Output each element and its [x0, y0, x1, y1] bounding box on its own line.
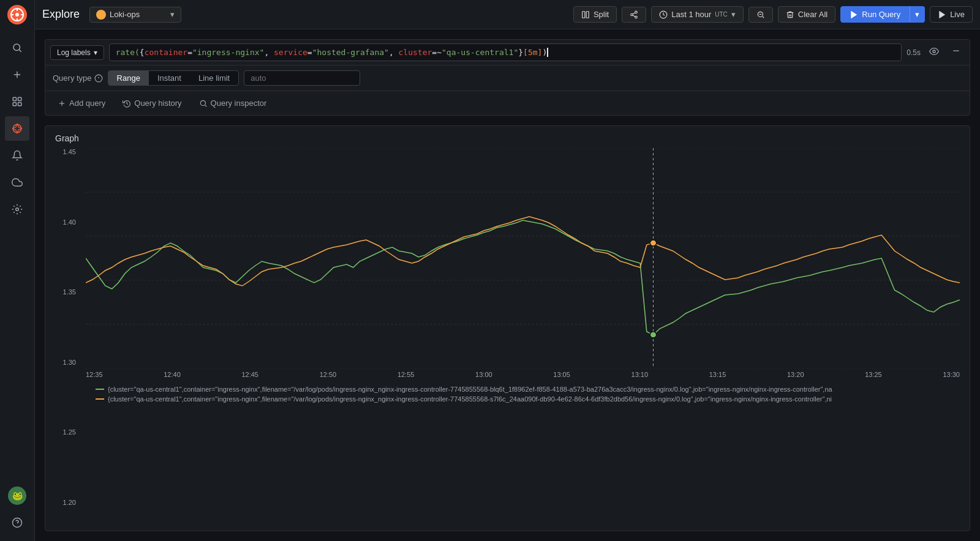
legend-label-green: {cluster="qa-us-central1",container="ing… [108, 386, 832, 393]
sidebar-item-cloud[interactable] [5, 170, 29, 195]
zoom-out-icon [756, 10, 765, 19]
val1: "ingress-nginx" [192, 48, 264, 57]
info-icon [94, 74, 103, 83]
query-panel: Log labels ▾ rate({container="ingress-ng… [45, 39, 970, 116]
sidebar-item-alerts[interactable] [5, 143, 29, 168]
query-actions-row: Add query Query history Query inspector [45, 91, 970, 115]
legend-color-orange [96, 398, 104, 400]
legend-item-green: {cluster="qa-us-central1",container="ing… [96, 386, 950, 393]
sidebar-item-help[interactable] [5, 510, 29, 535]
graph-title: Graph [45, 126, 970, 148]
svg-line-26 [633, 12, 635, 13]
svg-point-2 [15, 13, 19, 17]
key1: container [145, 48, 187, 57]
clock-icon [659, 10, 668, 19]
fn-token: rate( [116, 48, 140, 57]
legend-area: {cluster="qa-us-central1",container="ing… [55, 381, 960, 412]
split-button[interactable]: Split [573, 6, 617, 23]
history-icon [123, 99, 131, 108]
key3: cluster [399, 48, 432, 57]
minus-icon [951, 46, 961, 56]
clear-all-button[interactable]: Clear All [778, 6, 835, 23]
main-content: Explore Loki-ops ▾ Split Last 1 hour UTC [35, 0, 980, 541]
svg-rect-11 [13, 97, 16, 100]
orange-dot [650, 240, 657, 246]
query-type-range[interactable]: Range [108, 71, 149, 85]
run-query-button[interactable]: Run Query [840, 6, 910, 23]
split-icon [581, 10, 590, 19]
share-button[interactable] [622, 7, 646, 23]
query-type-label: Query type [53, 73, 103, 83]
time-range-button[interactable]: Last 1 hour UTC ▾ [651, 6, 744, 23]
query-input[interactable]: rate({container="ingress-nginx", service… [109, 43, 902, 61]
svg-point-22 [635, 11, 638, 13]
svg-point-24 [635, 16, 638, 18]
page-title: Explore [42, 8, 80, 21]
val2: "hosted-grafana" [312, 48, 389, 57]
add-query-button[interactable]: Add query [53, 96, 110, 110]
sidebar-item-search[interactable] [5, 35, 29, 60]
topbar: Explore Loki-ops ▾ Split Last 1 hour UTC [35, 0, 980, 29]
green-series [86, 220, 960, 335]
svg-marker-32 [940, 11, 944, 18]
run-query-group: Run Query ▾ [840, 6, 925, 23]
datasource-name: Loki-ops [110, 10, 140, 19]
legend-color-green [96, 389, 104, 390]
svg-rect-20 [582, 11, 585, 18]
query-editor-row: Log labels ▾ rate({container="ingress-ng… [45, 40, 970, 65]
inspect-icon [199, 99, 208, 108]
brace-open: { [140, 48, 145, 57]
grafana-logo[interactable] [7, 5, 27, 24]
legend-label-orange: {cluster="qa-us-central1",container="ing… [108, 395, 832, 403]
run-icon [850, 10, 858, 19]
query-type-group: Range Instant Line limit [108, 70, 239, 86]
svg-point-7 [13, 44, 20, 51]
user-avatar: 🐸 [8, 487, 26, 505]
run-query-dropdown-button[interactable]: ▾ [910, 6, 925, 23]
svg-rect-12 [18, 97, 21, 100]
sidebar-item-add[interactable] [5, 62, 29, 87]
query-timer: 0.5s [907, 48, 921, 57]
y-axis: 1.45 1.40 1.35 1.30 1.25 1.20 [55, 148, 80, 506]
svg-rect-13 [13, 103, 16, 106]
legend-item-orange: {cluster="qa-us-central1",container="ing… [96, 395, 950, 403]
auto-input[interactable] [244, 70, 360, 86]
sidebar-item-explore[interactable] [5, 116, 29, 141]
sidebar-item-dashboards[interactable] [5, 89, 29, 114]
play-icon [938, 10, 946, 19]
sidebar-item-avatar[interactable]: 🐸 [5, 483, 29, 508]
eye-icon [929, 47, 939, 56]
query-type-row: Query type Range Instant Line limit [45, 65, 970, 91]
sidebar-item-settings[interactable] [5, 197, 29, 222]
utc-label: UTC [715, 11, 728, 18]
green-dot [650, 332, 657, 338]
query-remove-button[interactable] [948, 45, 965, 60]
val3: "qa-us-central1" [442, 48, 518, 57]
svg-rect-21 [586, 11, 589, 18]
live-button[interactable]: Live [930, 6, 973, 23]
svg-point-15 [13, 124, 21, 133]
time-token: [5m] [523, 48, 542, 57]
query-history-button[interactable]: Query history [118, 96, 186, 110]
orange-series [86, 217, 960, 286]
svg-marker-31 [851, 11, 856, 18]
datasource-selector[interactable]: Loki-ops ▾ [89, 7, 181, 23]
query-type-line-limit[interactable]: Line limit [190, 71, 238, 85]
svg-line-41 [205, 105, 206, 106]
chevron-down-icon-time: ▾ [731, 10, 736, 19]
zoom-out-button[interactable] [748, 7, 773, 23]
share-icon [630, 10, 638, 19]
datasource-icon [96, 10, 106, 20]
sidebar: 🐸 [0, 0, 35, 541]
graph-area: 1.45 1.40 1.35 1.30 1.25 1.20 [45, 148, 970, 531]
query-inspector-button[interactable]: Query inspector [194, 96, 272, 110]
log-labels-label: Log labels [57, 48, 91, 57]
query-type-instant[interactable]: Instant [149, 71, 190, 85]
graph-panel: Graph 1.45 1.40 1.35 1.30 1.25 1.20 [45, 125, 970, 531]
svg-rect-14 [18, 103, 21, 106]
chevron-down-icon-labels: ▾ [94, 48, 97, 57]
svg-point-17 [16, 208, 19, 211]
log-labels-button[interactable]: Log labels ▾ [50, 45, 104, 60]
query-visibility-button[interactable] [925, 45, 943, 60]
svg-point-33 [933, 50, 935, 53]
